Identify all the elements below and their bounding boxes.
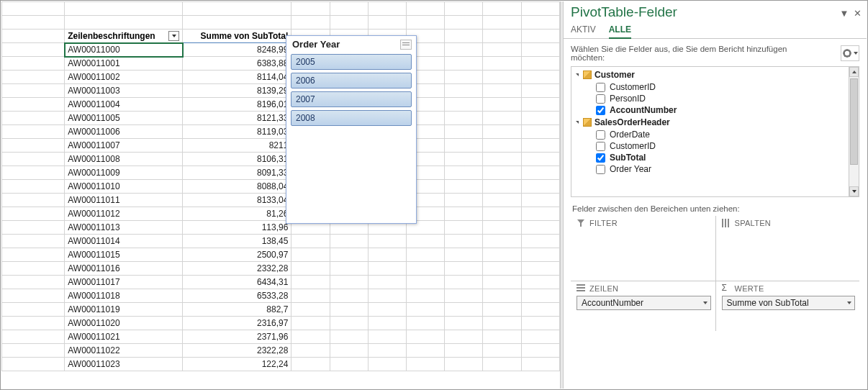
field-checkbox[interactable]: [596, 106, 605, 115]
table-row[interactable]: AW00011017: [65, 276, 183, 289]
worksheet-grid[interactable]: Zeilenbeschriftungen Summe von SubTotal …: [1, 1, 560, 389]
table-row[interactable]: AW00011016: [65, 262, 183, 276]
table-row[interactable]: 8248,99: [183, 43, 291, 57]
table-row[interactable]: AW00011015: [65, 248, 183, 262]
pane-options-dropdown-icon[interactable]: ▼: [839, 8, 849, 19]
tab-alle[interactable]: ALLE: [609, 24, 631, 39]
values-header[interactable]: Summe von SubTotal: [183, 30, 291, 43]
field-checkbox[interactable]: [596, 153, 605, 163]
slicer-item[interactable]: 2007: [291, 91, 412, 107]
scroll-thumb[interactable]: [850, 78, 858, 165]
field-checkbox[interactable]: [596, 142, 605, 151]
scroll-down-button[interactable]: [849, 186, 859, 196]
field-label: CustomerID: [610, 141, 656, 151]
table-row[interactable]: AW00011006: [65, 125, 183, 139]
table-row[interactable]: AW00011009: [65, 166, 183, 180]
table-row[interactable]: 81,26: [183, 207, 291, 221]
table-row[interactable]: AW00011018: [65, 289, 183, 303]
row-labels-filter-dropdown[interactable]: [168, 31, 179, 41]
table-row[interactable]: 8091,33: [183, 166, 291, 180]
table-row[interactable]: 8119,03: [183, 125, 291, 139]
field-checkbox[interactable]: [596, 83, 605, 92]
table-row[interactable]: 8133,04: [183, 194, 291, 207]
table-row[interactable]: AW00011004: [65, 98, 183, 112]
field-item[interactable]: OrderDate: [574, 129, 849, 140]
table-row[interactable]: 122,24: [183, 358, 291, 371]
table-row[interactable]: 8088,04: [183, 180, 291, 194]
area-rows[interactable]: ZEILEN AccountNumber: [571, 281, 715, 331]
pane-close-icon[interactable]: ✕: [852, 8, 862, 19]
table-row[interactable]: 8121,33: [183, 112, 291, 125]
field-checkbox[interactable]: [596, 130, 605, 140]
rows-field-accountnumber[interactable]: AccountNumber: [577, 296, 711, 310]
field-label: AccountNumber: [610, 105, 677, 115]
chevron-down-icon: [172, 35, 176, 37]
table-row[interactable]: AW00011008: [65, 153, 183, 166]
area-columns[interactable]: SPALTEN: [715, 216, 860, 281]
field-item[interactable]: CustomerID: [574, 140, 849, 152]
table-row[interactable]: 8196,01: [183, 98, 291, 112]
table-row[interactable]: AW00011000: [65, 43, 183, 57]
table-row[interactable]: 6533,28: [183, 289, 291, 303]
scroll-up-button[interactable]: [849, 67, 859, 77]
field-list-scrollbar[interactable]: [849, 67, 859, 196]
values-field-sumsubtotal[interactable]: Summe von SubTotal: [722, 296, 856, 310]
pivot-fields-pane: PivotTable-Felder ▼ ✕ AKTIV ALLE Wählen …: [563, 1, 867, 389]
field-checkbox[interactable]: [596, 165, 605, 174]
slicer-order-year[interactable]: Order Year 2005200620072008: [286, 35, 417, 224]
row-labels-header[interactable]: Zeilenbeschriftungen: [65, 30, 183, 43]
field-list[interactable]: CustomerCustomerIDPersonIDAccountNumberS…: [571, 66, 859, 197]
table-row[interactable]: 2322,28: [183, 344, 291, 358]
slicer-clear-filter-icon[interactable]: [400, 40, 412, 50]
slicer-item[interactable]: 2005: [291, 54, 412, 70]
field-group[interactable]: Customer: [574, 68, 849, 81]
table-row[interactable]: 138,45: [183, 235, 291, 248]
table-row[interactable]: AW00011019: [65, 303, 183, 317]
slicer-item[interactable]: 2008: [291, 110, 412, 126]
table-row[interactable]: AW00011011: [65, 194, 183, 207]
table-row[interactable]: AW00011012: [65, 207, 183, 221]
area-filter[interactable]: FILTER: [571, 216, 715, 281]
table-row[interactable]: 8139,29: [183, 84, 291, 98]
field-item[interactable]: PersonID: [574, 93, 849, 104]
field-list-options-button[interactable]: [841, 45, 859, 61]
table-row[interactable]: AW00011005: [65, 112, 183, 125]
table-row[interactable]: AW00011010: [65, 180, 183, 194]
table-row[interactable]: AW00011020: [65, 317, 183, 330]
table-row[interactable]: AW00011021: [65, 330, 183, 344]
table-row[interactable]: 882,7: [183, 303, 291, 317]
field-item[interactable]: CustomerID: [574, 81, 849, 93]
table-row[interactable]: AW00011022: [65, 344, 183, 358]
table-row[interactable]: AW00011003: [65, 84, 183, 98]
tab-aktiv[interactable]: AKTIV: [571, 24, 596, 38]
table-row[interactable]: AW00011002: [65, 71, 183, 84]
table-row[interactable]: AW00011007: [65, 139, 183, 153]
field-checkbox[interactable]: [596, 94, 605, 104]
field-group[interactable]: SalesOrderHeader: [574, 116, 849, 129]
area-values[interactable]: WERTE Summe von SubTotal: [715, 281, 860, 331]
table-row[interactable]: AW00011014: [65, 235, 183, 248]
table-row[interactable]: AW00011001: [65, 57, 183, 71]
slicer-item[interactable]: 2006: [291, 73, 412, 89]
chevron-down-icon: [847, 301, 851, 304]
table-row[interactable]: AW00011023: [65, 358, 183, 371]
area-filter-title: FILTER: [589, 219, 618, 227]
table-row[interactable]: 8211: [183, 139, 291, 153]
table-row[interactable]: 113,96: [183, 221, 291, 235]
table-row[interactable]: AW00011013: [65, 221, 183, 235]
table-row[interactable]: 8106,31: [183, 153, 291, 166]
table-row[interactable]: 2332,28: [183, 262, 291, 276]
table-row[interactable]: 8114,04: [183, 71, 291, 84]
table-row[interactable]: 2316,97: [183, 317, 291, 330]
table-row[interactable]: 2500,97: [183, 248, 291, 262]
columns-icon: [722, 219, 731, 227]
pane-title: PivotTable-Felder: [571, 4, 836, 20]
field-item[interactable]: AccountNumber: [574, 104, 849, 116]
field-item[interactable]: SubTotal: [574, 152, 849, 163]
field-item[interactable]: Order Year: [574, 163, 849, 175]
slicer-title: Order Year: [292, 39, 340, 50]
table-row[interactable]: 2371,96: [183, 330, 291, 344]
chevron-up-icon: [852, 71, 856, 73]
table-row[interactable]: 6434,31: [183, 276, 291, 289]
table-row[interactable]: 6383,88: [183, 57, 291, 71]
